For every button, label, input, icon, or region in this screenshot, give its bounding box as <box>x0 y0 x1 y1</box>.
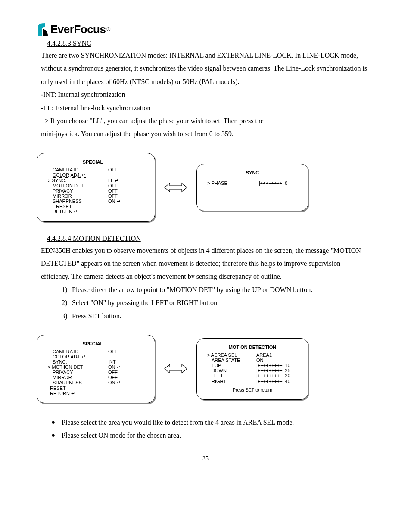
menu-title: SPECIAL <box>44 159 142 165</box>
submenu-row: RIGHT|+++++++++| 40 <box>206 379 299 384</box>
menu-row-value: ON ↵ <box>108 380 142 385</box>
menu-row-label: > MOTIION DET <box>44 364 108 370</box>
menu-row: SHARPNESSON ↵ <box>44 199 142 204</box>
ifll-line2: mini-joystick. You can adjust the phase … <box>41 128 370 140</box>
motion-submenu-title: MOTION DETECTION <box>206 345 299 350</box>
logo-text: EverFocus <box>50 23 106 36</box>
bullet-1: Please select the area you would like to… <box>62 416 370 429</box>
menu-row-label: RESET <box>44 204 108 209</box>
menu-row-value: INT <box>108 359 142 364</box>
menu-row-label: RESET <box>44 386 108 391</box>
submenu-row: > AEREA SELAREA1 <box>206 352 299 358</box>
menu-row: CAMERA IDOFF <box>44 167 142 172</box>
phase-label: > PHASE <box>206 180 259 186</box>
menu-row: COLOR ADJ. ↵ <box>44 172 142 178</box>
menu-row-value <box>108 391 142 396</box>
menu-row-value <box>108 386 142 391</box>
bidirectional-arrow-icon <box>164 362 188 375</box>
menu-row-label: RETURN ↵ <box>44 391 108 396</box>
menu-row: RESET <box>44 204 142 209</box>
menu-row-label: CAMERA ID <box>44 167 108 172</box>
submenu-row-value: |+++++++++| 40 <box>256 379 299 384</box>
press-set-footer: Press SET to return <box>206 387 299 392</box>
registered-mark: ® <box>106 26 110 32</box>
submenu-row-value: AREA1 <box>256 352 299 358</box>
submenu-row-value: |+++++++++| 25 <box>256 368 299 373</box>
logo-icon <box>37 22 49 37</box>
motion-bullets: ●Please select the area you would like t… <box>51 416 370 442</box>
menu2-title: SPECIAL <box>44 341 142 346</box>
menu-row-label: RETURN ↵ <box>44 209 108 214</box>
menu-row: > MOTIION DETON ↵ <box>44 364 142 370</box>
submenu-row-label: TOP <box>206 363 256 368</box>
menu-row: SHARPNESSON ↵ <box>44 380 142 385</box>
section-heading-sync: 4.4.2.8.3 SYNC <box>47 40 370 47</box>
submenu-row-label: DOWN <box>206 368 256 373</box>
menu-row-label: SHARPNESS <box>44 380 108 385</box>
menu-row-value: OFF <box>108 370 142 375</box>
motion-detection-submenu: MOTION DETECTION > AEREA SELAREA1AREA ST… <box>196 338 308 400</box>
section-heading-motion: 4.4.2.8.4 MOTION DETECTION <box>47 235 370 243</box>
motion-steps: 1)Please direct the arrow to point to "M… <box>62 283 370 323</box>
menu-row-label: MIRROR <box>44 375 108 380</box>
bullet-icon: ● <box>51 416 62 429</box>
menu-row-value: OFF <box>108 193 142 199</box>
step-1: Please direct the arrow to point to "MOT… <box>72 283 370 296</box>
bullet-icon: ● <box>51 429 62 442</box>
submenu-row-value: ON <box>256 358 299 363</box>
menu-row-label: COLOR ADJ. ↵ <box>44 354 108 359</box>
brand-logo: EverFocus ® <box>37 22 370 37</box>
sync-submenu-title: SYNC <box>206 170 299 175</box>
submenu-row: TOP|+++++++++| 10 <box>206 363 299 368</box>
submenu-row: DOWN|+++++++++| 25 <box>206 368 299 373</box>
special-menu-motion: SPECIAL CAMERA IDOFFCOLOR ADJ. ↵SYNC.INT… <box>37 335 155 403</box>
menu-row-value <box>108 354 142 359</box>
submenu-row-label: AREA STATE <box>206 358 256 363</box>
menu-row-label: SYNC. <box>44 359 108 364</box>
menu-row: MIRROROFF <box>44 193 142 199</box>
ifll-line1: => If you choose "LL", you can adjust th… <box>41 115 370 128</box>
menu-row-value: OFF <box>108 183 142 188</box>
submenu-row-label: RIGHT <box>206 379 256 384</box>
motion-body: EDN850H enables you to observe movements… <box>41 244 370 283</box>
step-2: Select "ON" by pressing the LEFT or RIGH… <box>72 296 370 309</box>
menu-row-label: SHARPNESS <box>44 199 108 204</box>
menu-row: PRIVACYOFF <box>44 370 142 375</box>
menu-row-label: COLOR ADJ. ↵ <box>53 172 86 178</box>
bullet-2: Please select ON mode for the chosen are… <box>62 429 370 442</box>
menu-row-value: OFF <box>108 375 142 380</box>
menu-row: RETURN ↵ <box>44 209 142 214</box>
ll-line: -LL: External line-lock synchronization <box>41 102 370 115</box>
submenu-row-label: LEFT <box>206 373 256 378</box>
menu-row-label: MIRROR <box>44 193 108 199</box>
menu-row-value <box>108 209 142 214</box>
phase-value: |++++++++| 0 <box>259 180 299 186</box>
step-3: Press SET button. <box>72 310 370 323</box>
menu-row: MIRROROFF <box>44 375 142 380</box>
submenu-row-value: |+++++++++| 20 <box>256 373 299 378</box>
menu-row-label: MOTIION DET <box>44 183 108 188</box>
submenu-row: AREA STATEON <box>206 358 299 363</box>
page-number: 35 <box>41 455 370 462</box>
menu-row-label: PRIVACY <box>44 370 108 375</box>
menu-row: SYNC.INT <box>44 359 142 364</box>
menu-row-label: > SYNC. <box>44 178 108 183</box>
submenu-row-label: > AEREA SEL <box>206 352 256 358</box>
sync-body: There are two SYNCHRONIZATION modes: INT… <box>41 49 370 141</box>
diagrams-motion: SPECIAL CAMERA IDOFFCOLOR ADJ. ↵SYNC.INT… <box>37 335 370 403</box>
menu-row-value: OFF <box>108 349 142 354</box>
menu-row-value <box>108 172 142 178</box>
menu-row: CAMERA IDOFF <box>44 349 142 354</box>
menu-row: MOTIION DETOFF <box>44 183 142 188</box>
menu-row-label: CAMERA ID <box>44 349 108 354</box>
menu-row-value <box>108 204 142 209</box>
menu-row: COLOR ADJ. ↵ <box>44 354 142 359</box>
menu-row-value: OFF <box>108 188 142 193</box>
sync-submenu: SYNC > PHASE |++++++++| 0 <box>196 164 308 211</box>
sync-paragraph: There are two SYNCHRONIZATION modes: INT… <box>41 49 370 88</box>
diagrams-sync: SPECIAL CAMERA IDOFFCOLOR ADJ. ↵> SYNC.L… <box>37 153 370 222</box>
menu-row: RESET <box>44 386 142 391</box>
menu-row-value: LL ↵ <box>108 178 142 183</box>
submenu-row: LEFT|+++++++++| 20 <box>206 373 299 378</box>
special-menu-sync: SPECIAL CAMERA IDOFFCOLOR ADJ. ↵> SYNC.L… <box>37 153 155 222</box>
